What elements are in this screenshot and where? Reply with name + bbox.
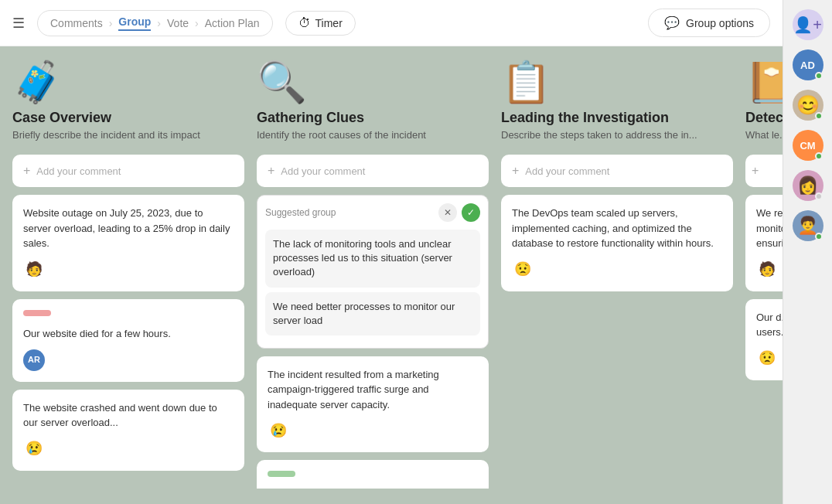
group-options-icon: 💬: [664, 15, 680, 30]
breadcrumb-sep-3: ›: [195, 17, 199, 29]
sidebar-user-5-status: [815, 233, 823, 240]
add-comment-placeholder-case-overview: Add your comment: [36, 165, 121, 177]
add-comment-placeholder-leading: Add your comment: [525, 165, 609, 177]
detecting-icon: 📔: [745, 62, 783, 102]
timer-label: Timer: [315, 17, 343, 29]
column-subtitle-leading: Describe the steps taken to address the …: [501, 129, 733, 141]
column-title-detecting: Detec...: [745, 110, 783, 126]
sidebar-user-4[interactable]: 👩: [793, 170, 823, 201]
top-nav: ☰ Comments › Group › Vote › Action Plan …: [0, 0, 783, 46]
sidebar-user-ad-status: [815, 72, 823, 80]
sidebar-user-5-avatar: 🧑‍🦱: [797, 216, 818, 236]
column-title-case-overview: Case Overview: [12, 110, 244, 126]
card-text-3: The website crashed and went down due to…: [23, 400, 234, 431]
plus-icon-leading: +: [512, 164, 519, 178]
card-text-gc-2: We had very good weekly updates but we n…: [268, 488, 478, 489]
breadcrumb-nav: Comments › Group › Vote › Action Plan: [37, 10, 273, 36]
sidebar-user-4-status: [815, 192, 823, 200]
breadcrumb-group[interactable]: Group: [118, 15, 151, 31]
board-area: 🧳 Case Overview Briefly describe the inc…: [0, 46, 783, 504]
plus-icon-case-overview: +: [23, 164, 30, 178]
suggested-group-header: Suggested group ✕ ✓: [265, 203, 480, 222]
breadcrumb-vote[interactable]: Vote: [167, 17, 189, 29]
add-user-icon: 👤+: [793, 15, 822, 34]
sidebar-user-cm-initials: CM: [800, 140, 815, 152]
sg-inner-card-2: We need better processes to monitor our …: [265, 292, 480, 335]
column-title-gathering-clues: Gathering Clues: [257, 110, 489, 126]
column-subtitle-detecting: What le...: [745, 129, 783, 141]
card-gathering-clues-2: We had very good weekly updates but we n…: [257, 460, 489, 489]
sidebar-user-ad-initials: AD: [800, 60, 815, 71]
suggested-group-actions: ✕ ✓: [438, 203, 480, 222]
sidebar-user-4-avatar: 👩: [797, 175, 818, 196]
suggested-group-label: Suggested group: [265, 207, 336, 218]
case-overview-icon: 🧳: [12, 62, 244, 102]
column-gathering-clues: 🔍 Gathering Clues Identify the root caus…: [257, 62, 489, 489]
sg-inner-card-1: The lack of monitoring tools and unclear…: [265, 230, 480, 288]
avatar-leading-1: 😟: [512, 259, 534, 281]
group-options-button[interactable]: 💬 Group options: [648, 9, 770, 37]
avatar-detecting-1: 🧑: [756, 259, 778, 281]
column-header-leading: 📋 Leading the Investigation Describe the…: [501, 62, 733, 141]
add-comment-detecting[interactable]: +: [745, 155, 783, 187]
add-comment-gathering-clues[interactable]: + Add your comment: [257, 155, 489, 187]
plus-icon-gathering-clues: +: [268, 164, 274, 178]
card-case-overview-2: Our website died for a few hours. AR: [12, 299, 244, 382]
breadcrumb-sep-2: ›: [157, 17, 161, 29]
sidebar-user-cm[interactable]: CM: [793, 130, 823, 161]
suggested-group-confirm[interactable]: ✓: [462, 203, 480, 222]
sidebar-user-2[interactable]: 😊: [793, 90, 823, 121]
card-text-1: Website outage on July 25, 2023, due to …: [23, 206, 234, 251]
column-header-case-overview: 🧳 Case Overview Briefly describe the inc…: [12, 62, 244, 141]
avatar-gathering-clues-1: 😢: [268, 420, 289, 441]
breadcrumb-action-plan[interactable]: Action Plan: [205, 17, 260, 29]
avatar-case-overview-2: AR: [23, 349, 45, 371]
avatar-case-overview-3: 😢: [23, 438, 45, 460]
card-detecting-2: Our d... users... 😟: [745, 299, 783, 380]
card-text-det-2: Our d... users...: [756, 310, 783, 340]
sidebar-user-cm-status: [815, 152, 823, 160]
avatar-case-overview-1: 🧑: [23, 259, 45, 281]
timer-button[interactable]: ⏱ Timer: [285, 11, 356, 36]
card-text-det-1: We re... monito... ensuri...: [756, 206, 783, 251]
leading-investigation-icon: 📋: [501, 62, 733, 102]
column-header-detecting: 📔 Detec... What le...: [745, 62, 783, 141]
card-tag-2: [23, 310, 51, 316]
hamburger-icon[interactable]: ☰: [12, 15, 25, 32]
column-title-leading: Leading the Investigation: [501, 110, 733, 126]
sidebar-user-ad[interactable]: AD: [793, 49, 823, 80]
card-leading-1: The DevOps team scaled up servers, imple…: [501, 195, 733, 291]
card-gathering-clues-1: The incident resulted from a marketing c…: [257, 356, 489, 453]
column-header-gathering-clues: 🔍 Gathering Clues Identify the root caus…: [257, 62, 489, 141]
column-subtitle-case-overview: Briefly describe the incident and its im…: [12, 129, 244, 141]
breadcrumb-sep-1: ›: [109, 17, 113, 29]
add-user-button[interactable]: 👤+: [793, 9, 823, 40]
main-area: ☰ Comments › Group › Vote › Action Plan …: [0, 0, 783, 504]
timer-icon: ⏱: [298, 16, 311, 30]
card-text-lead-1: The DevOps team scaled up servers, imple…: [512, 206, 722, 251]
card-case-overview-1: Website outage on July 25, 2023, due to …: [12, 195, 244, 291]
column-content-leading: The DevOps team scaled up servers, imple…: [501, 195, 733, 291]
column-case-overview: 🧳 Case Overview Briefly describe the inc…: [12, 62, 244, 489]
add-comment-leading[interactable]: + Add your comment: [501, 155, 733, 187]
add-comment-case-overview[interactable]: + Add your comment: [12, 155, 244, 187]
sidebar-user-5[interactable]: 🧑‍🦱: [793, 210, 823, 241]
avatar-detecting-2: 😟: [756, 348, 778, 369]
group-options-label: Group options: [686, 17, 754, 29]
column-leading-investigation: 📋 Leading the Investigation Describe the…: [501, 62, 733, 489]
card-tag-gc-2: [268, 471, 295, 477]
card-text-2: Our website died for a few hours.: [23, 326, 234, 342]
card-detecting-1: We re... monito... ensuri... 🧑: [745, 195, 783, 291]
suggested-group-card: Suggested group ✕ ✓ The lack of monitori…: [257, 195, 489, 349]
plus-icon-detecting: +: [752, 164, 759, 178]
sidebar-user-2-status: [815, 112, 823, 120]
column-subtitle-gathering-clues: Identify the root causes of the incident: [257, 129, 489, 141]
add-comment-placeholder-gathering-clues: Add your comment: [281, 165, 365, 177]
card-text-gc-1: The incident resulted from a marketing c…: [268, 367, 478, 413]
column-content-gathering-clues: Suggested group ✕ ✓ The lack of monitori…: [257, 195, 489, 489]
column-content-case-overview: Website outage on July 25, 2023, due to …: [12, 195, 244, 471]
suggested-group-close[interactable]: ✕: [438, 203, 457, 222]
column-content-detecting: We re... monito... ensuri... 🧑 Our d... …: [745, 195, 783, 380]
breadcrumb-comments[interactable]: Comments: [50, 17, 103, 29]
column-detecting: 📔 Detec... What le... + We re... monito.…: [745, 62, 783, 489]
